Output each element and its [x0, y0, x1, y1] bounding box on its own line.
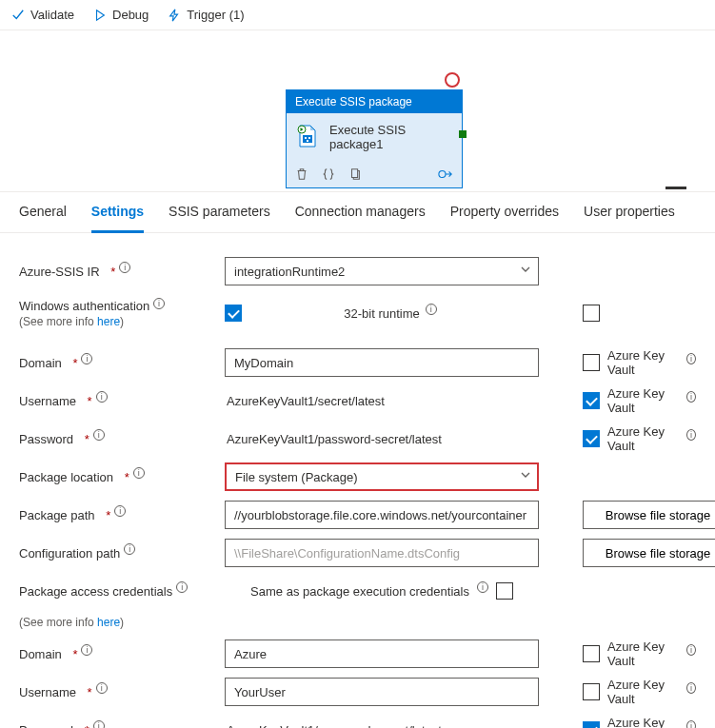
browse-file-storage-button[interactable]: Browse file storage — [583, 501, 715, 529]
row-package-location: Package location * i — [19, 458, 696, 496]
tab-overflow-indicator — [665, 187, 686, 189]
row-package-path: Package path * i Browse file storage — [19, 496, 696, 534]
akv-label: Azure Key Vault — [607, 348, 679, 377]
info-icon[interactable]: i — [686, 644, 696, 656]
label-username: Username * i — [19, 394, 225, 408]
username-input-2[interactable] — [225, 678, 539, 706]
domain-input-2[interactable] — [225, 639, 539, 668]
akv-label: Azure Key Vault — [607, 424, 679, 453]
row-password: Password * i AzureKeyVault1/password-sec… — [19, 420, 696, 458]
akv-password-checkbox-2[interactable] — [583, 721, 600, 728]
validate-button[interactable]: Validate — [11, 8, 74, 22]
package-path-input[interactable] — [225, 501, 539, 529]
activity-header: Execute SSIS package — [287, 90, 462, 113]
activity-name: Execute SSIS package1 — [329, 123, 453, 151]
info-icon[interactable]: i — [81, 353, 92, 364]
svg-rect-1 — [305, 137, 307, 139]
label-same-credentials: Same as package execution credentials — [250, 584, 469, 599]
info-icon[interactable]: i — [686, 682, 696, 694]
akv-label: Azure Key Vault — [607, 386, 679, 415]
settings-form: Azure-SSIS IR * i Windows authentication… — [0, 233, 715, 728]
link-here[interactable]: here — [97, 616, 120, 629]
akv-username-checkbox-2[interactable] — [583, 683, 600, 700]
pipeline-canvas[interactable]: Execute SSIS package Execute SSIS packag… — [0, 30, 715, 192]
akv-username-checkbox[interactable] — [583, 392, 600, 409]
label-username-2: Username * i — [19, 685, 225, 699]
akv-domain-checkbox[interactable] — [583, 354, 600, 371]
row-domain-2: Domain * i Azure Key Vault i — [19, 635, 696, 673]
label-see-more-info-2: (See more info here) — [19, 616, 225, 629]
tab-general[interactable]: General — [19, 192, 67, 232]
debug-button[interactable]: Debug — [93, 8, 149, 22]
info-icon[interactable]: i — [96, 682, 108, 694]
debug-label: Debug — [112, 8, 149, 22]
ssis-package-icon — [295, 124, 320, 151]
azure-ssis-ir-select[interactable] — [225, 257, 539, 285]
activity-card[interactable]: Execute SSIS package Execute SSIS packag… — [286, 89, 463, 188]
akv-password-checkbox[interactable] — [583, 430, 600, 447]
info-icon[interactable]: i — [686, 353, 696, 364]
label-32bit-runtime: 32-bit runtime — [344, 306, 419, 321]
trigger-label: Trigger (1) — [187, 8, 244, 22]
configuration-path-input[interactable] — [225, 539, 539, 567]
row-domain: Domain * i Azure Key Vault i — [19, 344, 696, 382]
info-icon[interactable]: i — [119, 262, 130, 273]
label-password: Password * i — [19, 432, 225, 446]
domain-input[interactable] — [225, 348, 539, 377]
copy-icon[interactable] — [348, 167, 362, 181]
tab-settings[interactable]: Settings — [91, 192, 144, 233]
info-icon[interactable]: i — [96, 391, 108, 403]
link-here[interactable]: here — [97, 315, 120, 328]
info-icon[interactable]: i — [124, 543, 135, 555]
akv-label: Azure Key Vault — [607, 639, 679, 668]
row-package-access-credentials: Package access credentials i Same as pac… — [19, 572, 696, 610]
akv-domain-checkbox-2[interactable] — [583, 645, 600, 662]
windows-auth-checkbox[interactable] — [225, 305, 242, 322]
tab-user-properties[interactable]: User properties — [584, 192, 675, 232]
akv-label: Azure Key Vault — [607, 716, 679, 728]
package-location-select[interactable] — [225, 462, 539, 491]
expand-arrow-icon[interactable] — [438, 167, 453, 181]
password-value-2: AzureKeyVault1/password-secret/latest — [225, 723, 442, 729]
row-configuration-path: Configuration path i Browse file storage — [19, 534, 696, 572]
activity-body: Execute SSIS package1 — [287, 113, 462, 161]
label-password-2: Password * i — [19, 723, 225, 729]
info-icon[interactable]: i — [93, 429, 105, 441]
row-username: Username * i AzureKeyVault1/secret/lates… — [19, 382, 696, 420]
label-azure-ssis-ir: Azure-SSIS IR * i — [19, 265, 225, 279]
label-domain-2: Domain * i — [19, 647, 225, 661]
label-windows-auth: Windows authentication i (See more info … — [19, 299, 225, 328]
akv-label: Azure Key Vault — [607, 678, 679, 706]
info-icon[interactable]: i — [153, 298, 165, 309]
svg-rect-2 — [308, 137, 310, 139]
lightning-icon — [168, 9, 181, 22]
curly-braces-icon[interactable] — [322, 167, 335, 181]
info-icon[interactable]: i — [477, 581, 488, 593]
row-username-2: Username * i Azure Key Vault i — [19, 673, 696, 711]
info-icon[interactable]: i — [686, 720, 696, 728]
info-icon[interactable]: i — [114, 505, 126, 517]
row-azure-ssis-ir: Azure-SSIS IR * i — [19, 250, 696, 292]
same-credentials-checkbox[interactable] — [496, 582, 513, 600]
runtime-32bit-checkbox[interactable] — [583, 305, 600, 322]
info-icon[interactable]: i — [93, 720, 105, 728]
label-package-access-credentials: Package access credentials i — [19, 584, 225, 599]
delete-icon[interactable] — [295, 167, 308, 181]
info-icon[interactable]: i — [686, 429, 696, 441]
tab-ssis-parameters[interactable]: SSIS parameters — [169, 192, 270, 232]
info-icon[interactable]: i — [686, 391, 696, 403]
trigger-button[interactable]: Trigger (1) — [168, 8, 244, 22]
tab-connection-managers[interactable]: Connection managers — [295, 192, 426, 232]
label-domain: Domain * i — [19, 356, 225, 370]
browse-file-storage-button[interactable]: Browse file storage — [583, 539, 715, 567]
info-icon[interactable]: i — [176, 581, 188, 593]
success-handle-icon[interactable] — [459, 130, 467, 138]
check-icon — [11, 9, 25, 22]
tab-property-overrides[interactable]: Property overrides — [450, 192, 559, 232]
info-icon[interactable]: i — [133, 467, 145, 479]
password-value: AzureKeyVault1/password-secret/latest — [225, 432, 442, 446]
tab-bar: General Settings SSIS parameters Connect… — [0, 192, 715, 233]
row-windows-auth: Windows authentication i (See more info … — [19, 292, 696, 334]
info-icon[interactable]: i — [426, 304, 437, 315]
info-icon[interactable]: i — [81, 644, 92, 656]
